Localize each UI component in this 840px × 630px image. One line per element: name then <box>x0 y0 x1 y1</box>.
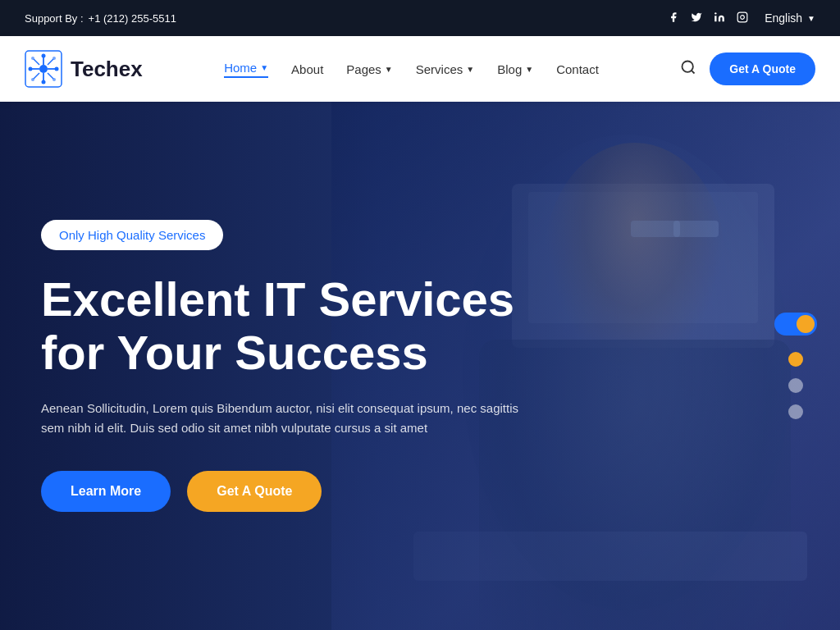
svg-point-22 <box>682 61 693 71</box>
svg-line-17 <box>48 73 53 79</box>
chevron-down-icon: ▼ <box>260 63 268 72</box>
svg-point-1 <box>714 12 716 14</box>
toggle-circle <box>797 315 815 333</box>
nav-home[interactable]: Home ▼ <box>224 61 268 78</box>
chevron-down-icon: ▼ <box>807 14 815 23</box>
svg-point-5 <box>39 65 48 73</box>
language-label: English <box>765 11 802 25</box>
slide-dot-3[interactable] <box>788 404 803 419</box>
linkedin-link[interactable] <box>714 11 725 25</box>
nav-links: Home ▼ About Pages ▼ Services ▼ Blog ▼ C… <box>224 61 599 78</box>
search-icon <box>680 59 696 75</box>
support-phone: +1 (212) 255-5511 <box>89 12 176 25</box>
top-bar-right: English ▼ <box>668 11 815 25</box>
toggle-pill[interactable] <box>774 313 817 336</box>
hero-buttons: Learn More Get A Quote <box>41 471 533 512</box>
facebook-link[interactable] <box>668 11 679 25</box>
svg-line-16 <box>34 73 39 79</box>
language-selector[interactable]: English ▼ <box>765 11 815 25</box>
search-button[interactable] <box>680 59 696 80</box>
hero-title: Excellent IT Services for Your Success <box>41 273 533 380</box>
support-info: Support By : +1 (212) 255-5511 <box>25 12 176 25</box>
nav-about[interactable]: About <box>291 62 323 76</box>
slide-dot-2[interactable] <box>788 378 803 393</box>
nav-pages[interactable]: Pages ▼ <box>346 62 392 76</box>
navbar: Techex Home ▼ About Pages ▼ Services ▼ B… <box>0 36 840 102</box>
social-icons <box>668 11 748 25</box>
nav-services[interactable]: Services ▼ <box>416 62 474 76</box>
twitter-link[interactable] <box>691 11 702 25</box>
svg-rect-0 <box>714 16 716 21</box>
navbar-quote-button[interactable]: Get A Quote <box>710 52 815 85</box>
svg-point-18 <box>31 57 34 60</box>
logo-icon <box>25 50 62 88</box>
hero-subtitle: Aenean Sollicitudin, Lorem quis Bibendum… <box>41 399 533 438</box>
chevron-down-icon: ▼ <box>525 65 533 74</box>
hero-section: Only High Quality Services Excellent IT … <box>0 102 840 630</box>
logo[interactable]: Techex <box>25 50 143 88</box>
support-label: Support By : <box>25 12 84 25</box>
svg-rect-2 <box>737 12 747 22</box>
svg-point-10 <box>42 54 46 58</box>
svg-point-20 <box>31 78 34 81</box>
hero-quote-button[interactable]: Get A Quote <box>187 471 322 512</box>
svg-point-13 <box>55 67 59 71</box>
svg-point-12 <box>29 67 33 71</box>
chevron-down-icon: ▼ <box>466 65 474 74</box>
side-indicators <box>774 313 817 419</box>
svg-point-11 <box>42 80 46 84</box>
instagram-link[interactable] <box>737 11 748 25</box>
top-bar: Support By : +1 (212) 255-5511 English ▼ <box>0 0 840 36</box>
logo-text: Techex <box>71 57 143 82</box>
nav-contact[interactable]: Contact <box>556 62 599 76</box>
learn-more-button[interactable]: Learn More <box>41 471 171 512</box>
svg-line-15 <box>48 59 53 65</box>
nav-blog[interactable]: Blog ▼ <box>497 62 533 76</box>
slide-dot-1[interactable] <box>788 352 803 367</box>
nav-right: Get A Quote <box>680 52 815 85</box>
hero-badge: Only High Quality Services <box>41 220 223 250</box>
chevron-down-icon: ▼ <box>385 65 393 74</box>
svg-line-23 <box>692 70 695 73</box>
svg-point-21 <box>52 78 56 81</box>
svg-point-19 <box>52 57 56 60</box>
hero-content: Only High Quality Services Excellent IT … <box>0 102 574 630</box>
svg-line-14 <box>34 59 39 65</box>
